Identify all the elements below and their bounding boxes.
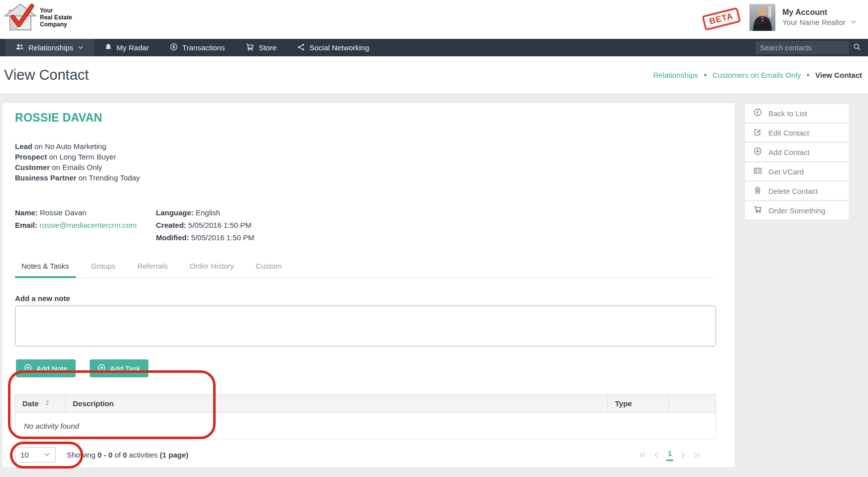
svg-text:$: $	[172, 44, 175, 49]
empty-table-row: No activity found	[15, 413, 716, 439]
column-header-description: Description	[65, 395, 608, 412]
new-note-textarea[interactable]	[15, 306, 716, 346]
page-body: ROSSIE DAVAN Lead on No Auto Marketing P…	[0, 93, 868, 477]
breadcrumb-relationships[interactable]: Relationships	[653, 71, 698, 79]
chevron-down-icon	[44, 451, 50, 459]
breadcrumb-separator-dot	[807, 74, 809, 76]
tab-order-history[interactable]: Order History	[183, 257, 241, 278]
breadcrumb: Relationships Customers on Emails Only V…	[653, 71, 864, 79]
circled-plus-icon	[98, 364, 106, 373]
main-navbar: Relationships My Radar $ Transactions	[0, 39, 868, 56]
relationship-line: Lead on No Auto Marketing	[15, 141, 716, 152]
email-link[interactable]: rossie@mediacentercrm.com	[39, 221, 136, 229]
search-contacts-input[interactable]	[760, 44, 853, 52]
back-to-list-button[interactable]: Back to List	[745, 104, 849, 122]
note-buttons-row: Add Note Add Task	[15, 359, 716, 377]
search-contacts-box	[755, 41, 849, 54]
relationship-line: Business Partner on Trending Today	[15, 172, 716, 183]
cart-icon	[246, 43, 254, 53]
add-note-label: Add a new note	[15, 294, 716, 303]
page-title: View Contact	[4, 67, 89, 83]
beta-badge: BETA	[702, 7, 741, 31]
trash-icon	[753, 186, 762, 196]
contact-panel: ROSSIE DAVAN Lead on No Auto Marketing P…	[2, 103, 735, 467]
add-contact-button[interactable]: Add Contact	[745, 143, 849, 161]
users-icon	[15, 43, 24, 53]
add-note-button[interactable]: Add Note	[16, 359, 76, 377]
top-header: Your Real Estate Company BETA	[0, 0, 868, 39]
last-page-icon[interactable]	[693, 452, 700, 459]
delete-contact-button[interactable]: Delete Contact	[745, 182, 849, 200]
account-subtitle: Your Name Realtor	[782, 17, 846, 27]
tab-referrals[interactable]: Referrals	[131, 257, 174, 278]
column-header-date[interactable]: Date	[15, 395, 65, 412]
nav-label: Transactions	[182, 43, 225, 52]
user-avatar[interactable]	[749, 4, 775, 31]
chevron-down-icon	[78, 43, 84, 52]
nav-label: My Radar	[117, 43, 149, 52]
nav-label: Relationships	[28, 43, 73, 52]
relationship-line: Prospect on Long Term Buyer	[15, 152, 716, 162]
page-size-select[interactable]: 10	[15, 447, 56, 463]
cart-icon	[753, 205, 762, 215]
nav-item-my-radar[interactable]: My Radar	[94, 39, 159, 56]
pagination-bar: 10 Showing 0 - 0 of 0 activities (1 page…	[15, 447, 716, 463]
account-title: My Account	[782, 7, 857, 17]
nav-item-transactions[interactable]: $ Transactions	[159, 39, 235, 56]
company-logo-text: Your Real Estate Company	[40, 7, 72, 28]
contact-display-name: ROSSIE DAVAN	[15, 111, 716, 125]
chevron-down-icon	[850, 17, 857, 28]
activity-table-header: Date Description Type	[15, 394, 716, 413]
next-page-icon[interactable]	[680, 452, 687, 459]
column-header-actions	[668, 395, 716, 412]
nav-item-social-networking[interactable]: Social Networking	[287, 39, 379, 56]
title-strip: View Contact Relationships Customers on …	[0, 56, 868, 93]
vcard-icon	[753, 166, 762, 176]
pager-controls: 1	[639, 449, 716, 461]
detail-modified: Modified: 5/05/2016 1:50 PM	[156, 231, 254, 244]
contact-actions-sidebar: Back to List Edit Contact Add Contact	[745, 104, 849, 221]
nav-item-store[interactable]: Store	[235, 39, 287, 56]
get-vcard-button[interactable]: Get VCard	[745, 162, 849, 180]
sort-icon	[45, 399, 50, 408]
breadcrumb-customers-on-emails-only[interactable]: Customers on Emails Only	[713, 71, 801, 79]
previous-page-icon[interactable]	[653, 452, 660, 459]
order-something-button[interactable]: Order Something	[745, 201, 849, 219]
detail-language: Language: English	[156, 206, 254, 219]
contact-details: Name: Rossie Davan Email: rossie@mediace…	[15, 206, 716, 244]
nav-label: Store	[258, 43, 276, 52]
circled-plus-icon	[24, 364, 32, 373]
no-activity-message: No activity found	[24, 422, 79, 430]
house-check-logo-icon	[4, 3, 37, 32]
relationship-line: Customer on Emails Only	[15, 162, 716, 172]
column-header-type: Type	[608, 395, 668, 412]
nav-label: Social Networking	[309, 43, 369, 52]
share-icon	[297, 43, 305, 52]
add-circle-icon	[753, 147, 762, 157]
detail-email: Email: rossie@mediacentercrm.com	[15, 219, 156, 231]
back-circle-icon	[753, 108, 762, 118]
company-logo[interactable]: Your Real Estate Company	[4, 3, 72, 32]
tab-notes-and-tasks[interactable]: Notes & Tasks	[15, 257, 76, 278]
search-icon[interactable]	[853, 43, 861, 53]
contact-tabs: Notes & Tasks Groups Referrals Order His…	[15, 257, 716, 278]
first-page-icon[interactable]	[639, 452, 646, 459]
breadcrumb-current-view-contact: View Contact	[815, 71, 862, 79]
activity-table: Date Description Type	[15, 394, 716, 439]
bell-icon	[105, 43, 112, 52]
edit-icon	[753, 128, 762, 138]
tab-custom[interactable]: Custom	[249, 257, 288, 278]
nav-item-relationships[interactable]: Relationships	[5, 39, 94, 56]
showing-summary: Showing 0 - 0 of 0 activities (1 page)	[67, 451, 188, 459]
dollar-circle-icon: $	[170, 43, 178, 52]
edit-contact-button[interactable]: Edit Contact	[745, 124, 849, 142]
breadcrumb-separator-dot	[704, 74, 707, 76]
detail-name: Name: Rossie Davan	[15, 206, 156, 219]
tab-groups[interactable]: Groups	[85, 257, 122, 278]
current-page-number[interactable]: 1	[666, 449, 673, 461]
detail-created: Created: 5/05/2016 1:50 PM	[156, 219, 254, 231]
my-account-menu[interactable]: My Account Your Name Realtor	[782, 7, 857, 28]
relationship-summary: Lead on No Auto Marketing Prospect on Lo…	[15, 141, 716, 183]
add-task-button[interactable]: Add Task	[90, 359, 148, 377]
